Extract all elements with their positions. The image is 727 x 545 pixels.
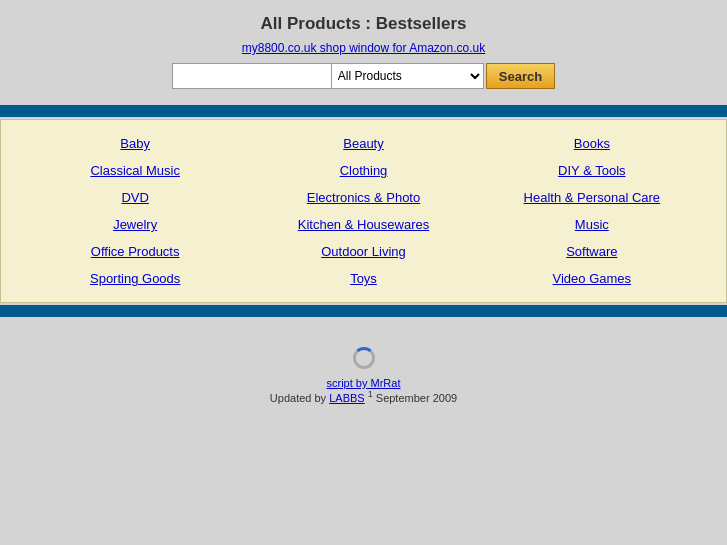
shop-link[interactable]: my8800.co.uk shop window for Amazon.co.u… [242,41,485,55]
category-cell: DIY & Tools [478,157,706,184]
header: All Products : Bestsellers my8800.co.uk … [0,0,727,105]
category-cell: Jewelry [21,211,249,238]
category-link-beauty[interactable]: Beauty [343,136,383,151]
category-link-kitchen-housewares[interactable]: Kitchen & Housewares [298,217,430,232]
category-link-health-personal-care[interactable]: Health & Personal Care [524,190,661,205]
labbs-link[interactable]: LABBS [329,392,364,404]
category-link-electronics-photo[interactable]: Electronics & Photo [307,190,420,205]
footer: script by MrRat Updated by LABBS 1 Septe… [0,327,727,414]
category-link-clothing[interactable]: Clothing [340,163,388,178]
category-cell: Music [478,211,706,238]
blue-bar-bottom [0,305,727,317]
category-link-software[interactable]: Software [566,244,617,259]
footer-spinner [0,347,727,369]
footer-date-sup: 1 [368,389,373,399]
search-input[interactable] [172,63,332,89]
category-link-video-games[interactable]: Video Games [553,271,632,286]
category-cell: Sporting Goods [21,265,249,292]
blue-bar-top [0,105,727,117]
category-cell: Video Games [478,265,706,292]
category-select[interactable]: All Products Baby Beauty Books Classical… [332,63,484,89]
category-link-jewelry[interactable]: Jewelry [113,217,157,232]
category-cell: Electronics & Photo [249,184,477,211]
loading-spinner-icon [353,347,375,369]
category-cell: Toys [249,265,477,292]
footer-script-line: script by MrRat [0,377,727,389]
category-cell: Office Products [21,238,249,265]
script-by-link[interactable]: script by MrRat [327,377,401,389]
category-cell: Classical Music [21,157,249,184]
category-link-outdoor-living[interactable]: Outdoor Living [321,244,406,259]
category-cell: Baby [21,130,249,157]
category-link-music[interactable]: Music [575,217,609,232]
search-bar: All Products Baby Beauty Books Classical… [0,63,727,89]
footer-updated-line: Updated by LABBS 1 September 2009 [0,389,727,404]
category-cell: Kitchen & Housewares [249,211,477,238]
category-cell: Beauty [249,130,477,157]
category-cell: Software [478,238,706,265]
category-cell: Books [478,130,706,157]
category-link-office-products[interactable]: Office Products [91,244,180,259]
updated-by-label: Updated by [270,392,326,404]
search-button[interactable]: Search [486,63,555,89]
shop-link-line: my8800.co.uk shop window for Amazon.co.u… [0,40,727,55]
category-link-classical-music[interactable]: Classical Music [90,163,180,178]
category-link-baby[interactable]: Baby [120,136,150,151]
category-cell: Health & Personal Care [478,184,706,211]
category-link-books[interactable]: Books [574,136,610,151]
page-wrapper: All Products : Bestsellers my8800.co.uk … [0,0,727,414]
category-link-diy-tools[interactable]: DIY & Tools [558,163,625,178]
category-cell: Outdoor Living [249,238,477,265]
category-link-sporting-goods[interactable]: Sporting Goods [90,271,180,286]
categories-grid: Baby Beauty Books Classical Music Clothi… [21,130,706,292]
category-cell: Clothing [249,157,477,184]
category-cell: DVD [21,184,249,211]
page-title: All Products : Bestsellers [0,14,727,34]
footer-month-year: September 2009 [376,392,457,404]
category-link-toys[interactable]: Toys [350,271,377,286]
category-link-dvd[interactable]: DVD [121,190,148,205]
categories-container: Baby Beauty Books Classical Music Clothi… [0,119,727,303]
